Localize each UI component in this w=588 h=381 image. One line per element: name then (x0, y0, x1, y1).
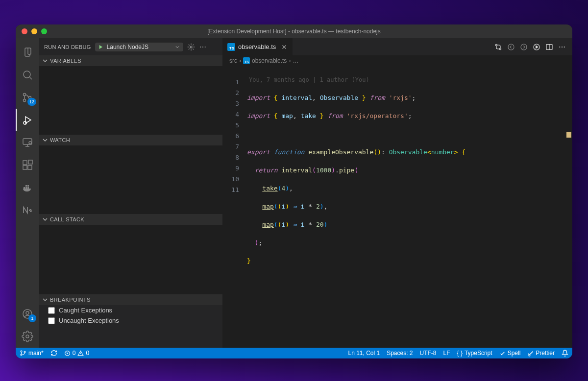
minimap[interactable] (565, 66, 572, 348)
sidebar-title: RUN AND DEBUG (44, 44, 91, 50)
breakpoint-item[interactable]: Uncaught Exceptions (39, 315, 222, 326)
source-control-tab-icon[interactable]: 12 (16, 86, 39, 109)
indentation-status[interactable]: Spaces: 2 (387, 350, 413, 357)
notifications-icon[interactable] (562, 350, 568, 357)
spell-status[interactable]: Spell (499, 350, 521, 357)
accounts-badge: 1 (28, 314, 36, 322)
tab-filename: observable.ts (238, 43, 276, 50)
workbench-body: 12 1 (16, 38, 572, 348)
svg-point-6 (29, 142, 31, 144)
window-title: [Extension Development Host] - observabl… (16, 28, 572, 35)
svg-rect-9 (28, 166, 32, 169)
breakpoint-item[interactable]: Caught Exceptions (39, 305, 222, 315)
split-editor-icon[interactable] (543, 43, 556, 51)
vscode-window: [Extension Development Host] - observabl… (16, 24, 572, 358)
svg-point-12 (26, 311, 29, 314)
svg-rect-10 (28, 160, 32, 164)
breakpoints-section: BREAKPOINTS Caught Exceptions Uncaught E… (39, 294, 222, 326)
watch-section-header[interactable]: WATCH (39, 135, 222, 145)
editor-tabs: TS observable.ts (222, 38, 572, 55)
breakpoint-checkbox[interactable] (48, 317, 55, 324)
next-change-icon[interactable] (517, 43, 530, 51)
svg-point-16 (202, 47, 203, 48)
svg-point-20 (508, 44, 514, 50)
explorer-tab-icon[interactable] (16, 41, 39, 64)
svg-point-24 (559, 47, 560, 48)
code-editor[interactable]: 12 34 56 78 910 11 You, 7 months ago | 1… (222, 66, 572, 348)
prettier-status[interactable]: Prettier (527, 350, 555, 357)
svg-point-28 (21, 354, 22, 356)
debug-config-name: Launch NodeJS (107, 44, 148, 50)
git-branch-status[interactable]: main* (20, 350, 44, 357)
svg-point-27 (21, 351, 22, 352)
debug-sidebar: RUN AND DEBUG Launch NodeJS (39, 38, 222, 348)
git-compare-icon[interactable] (492, 43, 505, 51)
eol-status[interactable]: LF (443, 350, 450, 357)
breadcrumb-file: observable.ts (252, 57, 287, 64)
svg-rect-8 (23, 166, 27, 169)
variables-section-header[interactable]: VARIABLES (39, 55, 222, 66)
typescript-file-icon: TS (243, 57, 250, 64)
svg-point-29 (24, 351, 25, 353)
language-mode-status[interactable]: { } TypeScript (457, 350, 492, 357)
line-number-gutter: 12 34 56 78 910 11 (222, 66, 247, 348)
svg-point-17 (204, 47, 205, 48)
nx-tab-icon[interactable] (16, 199, 39, 221)
callstack-section-header[interactable]: CALL STACK (39, 214, 222, 225)
accounts-icon[interactable]: 1 (16, 303, 39, 325)
cursor-position-status[interactable]: Ln 11, Col 1 (348, 350, 380, 357)
callstack-section: CALL STACK (39, 214, 222, 294)
breakpoint-label: Caught Exceptions (59, 307, 112, 314)
scm-badge: 12 (27, 98, 36, 106)
debug-config-dropdown[interactable]: Launch NodeJS (95, 43, 183, 51)
start-debug-icon[interactable] (97, 44, 104, 50)
svg-point-14 (190, 46, 192, 48)
svg-point-0 (24, 71, 30, 78)
breakpoints-section-header[interactable]: BREAKPOINTS (39, 294, 222, 305)
breakpoint-label: Uncaught Exceptions (59, 317, 119, 324)
breadcrumb-tail: … (293, 57, 298, 64)
svg-point-26 (564, 47, 565, 48)
debug-sidebar-header: RUN AND DEBUG Launch NodeJS (39, 38, 222, 55)
run-file-icon[interactable] (530, 43, 543, 51)
more-actions-icon[interactable] (556, 43, 568, 51)
code-lines[interactable]: You, 7 months ago | 1 author (You) impor… (247, 66, 572, 348)
editor-group: TS observable.ts src › TS observable (222, 38, 572, 348)
remote-explorer-tab-icon[interactable] (16, 131, 39, 154)
breadcrumb-dir: src (229, 57, 237, 64)
svg-point-15 (200, 47, 201, 48)
more-icon[interactable] (199, 43, 207, 51)
svg-point-2 (24, 99, 26, 102)
typescript-file-icon: TS (227, 43, 235, 51)
svg-point-18 (495, 44, 497, 46)
status-bar: main* 0 0 Ln 11, Col 1 Spaces: 2 UTF-8 L… (16, 348, 572, 358)
svg-point-13 (26, 335, 29, 338)
extensions-tab-icon[interactable] (16, 154, 39, 176)
search-tab-icon[interactable] (16, 64, 39, 86)
encoding-status[interactable]: UTF-8 (420, 350, 437, 357)
chevron-down-icon (174, 44, 180, 50)
close-tab-icon[interactable] (281, 44, 288, 50)
docker-tab-icon[interactable] (16, 176, 39, 199)
editor-tab[interactable]: TS observable.ts (222, 38, 293, 55)
titlebar: [Extension Development Host] - observabl… (16, 24, 572, 38)
sync-status-icon[interactable] (50, 350, 57, 357)
run-debug-tab-icon[interactable] (16, 109, 39, 131)
gitlens-annotation: You, 7 months ago | 1 author (You) (247, 74, 572, 85)
watch-section: WATCH (39, 135, 222, 214)
svg-point-25 (562, 47, 563, 48)
problems-status[interactable]: 0 0 (64, 350, 89, 357)
svg-rect-7 (23, 161, 27, 165)
prev-change-icon[interactable] (505, 43, 517, 51)
svg-point-21 (521, 44, 527, 50)
variables-section: VARIABLES (39, 55, 222, 135)
configure-gear-icon[interactable] (187, 43, 195, 51)
svg-point-1 (24, 94, 26, 96)
breakpoint-checkbox[interactable] (48, 307, 55, 314)
breadcrumb[interactable]: src › TS observable.ts › … (222, 55, 572, 66)
svg-point-19 (499, 48, 501, 49)
activity-bar: 12 1 (16, 38, 39, 348)
settings-gear-icon[interactable] (16, 325, 39, 348)
